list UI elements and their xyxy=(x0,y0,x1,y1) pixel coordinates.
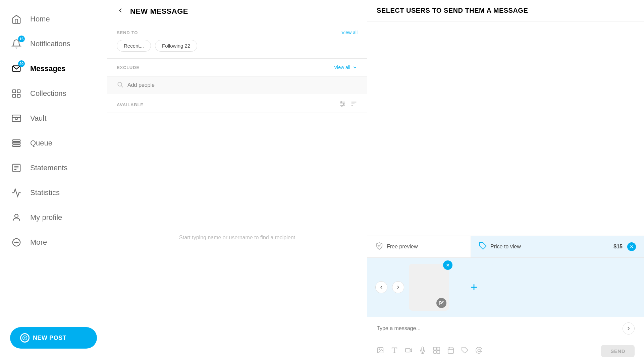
svg-point-17 xyxy=(14,242,15,243)
price-to-view-option[interactable]: Price to view $15 xyxy=(471,236,644,257)
available-section: AVAILABLE xyxy=(107,94,367,113)
exclude-label: EXCLUDE xyxy=(117,65,140,70)
back-arrow-button[interactable] xyxy=(117,7,124,16)
right-panel-title: SELECT USERS TO SEND THEM A MESSAGE xyxy=(377,7,635,14)
recent-tag-button[interactable]: Recent... xyxy=(117,40,151,52)
more-icon xyxy=(10,236,23,249)
free-preview-label: Free preview xyxy=(387,244,418,250)
panel-title: NEW MESSAGE xyxy=(130,7,188,16)
send-button[interactable]: SEND xyxy=(601,345,635,357)
nav-next-button[interactable] xyxy=(392,281,404,293)
sidebar-item-home[interactable]: Home xyxy=(0,7,107,32)
free-preview-icon xyxy=(375,242,383,251)
sidebar-item-label: Vault xyxy=(30,114,47,123)
svg-rect-1 xyxy=(13,90,16,93)
filter-sliders-icon[interactable] xyxy=(339,100,346,109)
sidebar-item-notifications[interactable]: 15 Notifications xyxy=(0,32,107,56)
svg-rect-54 xyxy=(448,348,454,353)
text-icon[interactable] xyxy=(391,347,398,356)
svg-point-43 xyxy=(379,349,380,350)
compose-area: Free preview Price to view xyxy=(367,236,644,362)
send-to-label: SEND TO xyxy=(117,30,138,35)
bell-icon: 15 xyxy=(10,38,23,50)
send-to-view-all[interactable]: View all xyxy=(341,30,358,35)
sidebar-item-label: Collections xyxy=(30,89,66,98)
message-input-row xyxy=(367,317,644,340)
svg-rect-52 xyxy=(434,350,436,353)
sidebar-item-queue[interactable]: Queue xyxy=(0,131,107,156)
mention-icon[interactable] xyxy=(475,347,483,356)
video-icon[interactable] xyxy=(405,347,412,356)
message-send-arrow-button[interactable] xyxy=(623,322,635,335)
main-content: NEW MESSAGE SEND TO View all Recent... F… xyxy=(107,0,644,362)
svg-point-59 xyxy=(478,349,480,351)
sidebar-item-statements[interactable]: Statements xyxy=(0,156,107,180)
sidebar-item-label: More xyxy=(30,238,47,247)
media-card-1 xyxy=(409,264,449,311)
price-tag-icon xyxy=(479,242,487,251)
following-tag-button[interactable]: Following 22 xyxy=(155,40,197,52)
svg-point-30 xyxy=(341,105,342,107)
media-edit-button-1[interactable] xyxy=(436,298,446,308)
exclude-section: EXCLUDE View all xyxy=(107,59,367,76)
svg-rect-53 xyxy=(437,350,440,353)
panel-header: NEW MESSAGE xyxy=(107,0,367,23)
image-icon[interactable] xyxy=(377,347,384,356)
sidebar-item-more[interactable]: More xyxy=(0,230,107,255)
sidebar-item-my-profile[interactable]: My profile xyxy=(0,205,107,230)
available-label: AVAILABLE xyxy=(117,102,144,107)
exclude-view-all[interactable]: View all xyxy=(334,65,358,70)
sidebar-item-label: Messages xyxy=(30,64,65,73)
sidebar-item-label: My profile xyxy=(30,213,62,222)
tag-buttons: Recent... Following 22 xyxy=(117,40,358,52)
schedule-icon[interactable] xyxy=(447,347,454,356)
send-to-section: SEND TO View all Recent... Following 22 xyxy=(107,23,367,59)
tag-price-icon[interactable] xyxy=(461,347,469,356)
price-to-view-left: Price to view xyxy=(479,242,521,251)
vault-icon xyxy=(10,112,23,125)
svg-point-19 xyxy=(17,242,18,243)
svg-point-15 xyxy=(15,214,18,218)
sidebar-item-messages[interactable]: 20 Messages xyxy=(0,56,107,81)
sidebar-item-vault[interactable]: Vault xyxy=(0,106,107,131)
sidebar-item-label: Notifications xyxy=(30,40,70,48)
recipients-area: Start typing name or username to find a … xyxy=(107,113,367,362)
search-box xyxy=(107,76,367,94)
svg-rect-50 xyxy=(434,347,436,350)
sidebar: Home 15 Notifications 20 Messages xyxy=(0,0,107,362)
add-people-input[interactable] xyxy=(127,82,358,88)
panel-container: NEW MESSAGE SEND TO View all Recent... F… xyxy=(107,0,644,362)
media-remove-button-1[interactable] xyxy=(443,260,452,270)
sidebar-item-collections[interactable]: Collections xyxy=(0,81,107,106)
media-cards-area xyxy=(367,258,644,317)
toolbar-row: SEND xyxy=(367,340,644,362)
svg-point-23 xyxy=(118,82,122,86)
svg-rect-10 xyxy=(13,145,20,146)
available-filter-icons xyxy=(339,100,358,109)
svg-rect-46 xyxy=(406,348,410,352)
nav-prev-button[interactable] xyxy=(375,281,387,293)
audio-icon[interactable] xyxy=(419,347,426,356)
sort-icon[interactable] xyxy=(350,100,358,109)
price-remove-button[interactable] xyxy=(627,242,636,251)
add-media-button[interactable] xyxy=(454,264,494,311)
messages-badge: 20 xyxy=(18,60,25,67)
sidebar-item-statistics[interactable]: Statistics xyxy=(0,180,107,205)
gallery-icon[interactable] xyxy=(433,347,440,356)
price-to-view-right: $15 xyxy=(613,242,636,251)
home-icon xyxy=(10,13,23,25)
svg-point-18 xyxy=(16,242,17,243)
svg-rect-51 xyxy=(437,347,440,350)
queue-icon xyxy=(10,137,23,149)
svg-point-29 xyxy=(343,103,344,105)
message-input[interactable] xyxy=(377,325,619,331)
new-post-button[interactable]: NEW POST xyxy=(10,327,97,349)
svg-rect-2 xyxy=(17,90,20,93)
svg-line-34 xyxy=(378,245,379,246)
sidebar-item-label: Statements xyxy=(30,164,67,172)
price-value: $15 xyxy=(613,244,623,250)
price-to-view-label: Price to view xyxy=(490,244,521,250)
svg-line-24 xyxy=(121,86,123,87)
left-panel: NEW MESSAGE SEND TO View all Recent... F… xyxy=(107,0,367,362)
free-preview-option[interactable]: Free preview xyxy=(367,236,471,257)
